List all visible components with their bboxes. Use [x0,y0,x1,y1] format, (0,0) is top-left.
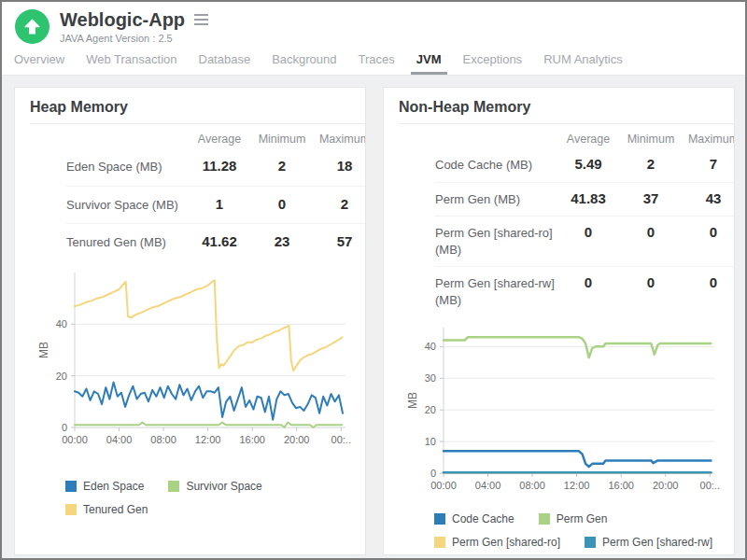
legend-swatch [65,481,77,492]
divider [30,123,365,124]
row-label: Survivor Space (MB) [66,187,188,224]
legend-item-perm-gen[interactable]: Perm Gen [539,512,608,525]
max-value: 0 [682,267,735,298]
max-value: 18 [313,148,366,183]
table-row: Tenured Gen (MB) 41.62 23 57 [66,223,365,261]
app-window: Weblogic-App JAVA Agent Version : 2.5 Ov… [0,0,747,560]
legend-swatch [539,513,550,525]
tab-rum-analytics[interactable]: RUM Analytics [541,47,626,75]
legend-item-eden-space[interactable]: Eden Space [65,480,144,493]
svg-text:00:..: 00:.. [700,480,720,491]
min-value: 0 [620,267,682,298]
svg-text:12:00: 12:00 [564,480,590,491]
table-row: Perm Gen (MB) 41.83 37 43 [435,182,734,217]
tab-web-transaction[interactable]: Web Transaction [83,47,179,75]
svg-text:10: 10 [425,436,436,447]
row-label: Perm Gen (MB) [435,183,557,217]
row-label: Eden Space (MB) [66,148,188,186]
svg-text:0: 0 [430,468,436,479]
svg-text:04:00: 04:00 [475,480,501,491]
legend-swatch [585,537,596,548]
max-value: 43 [682,183,735,214]
table-row: Perm Gen [shared-ro] (MB) 0 0 0 [435,216,734,266]
heap-stat-table: Average Minimum Maximum Eden Space (MB) … [66,126,365,261]
min-value: 0 [620,217,682,247]
agent-version-label: JAVA Agent Version : 2.5 [60,33,210,44]
avg-value: 0 [557,267,620,298]
max-value: 57 [313,224,366,259]
legend-swatch [65,504,77,515]
avg-value: 41.62 [188,224,251,259]
table-row: Code Cache (MB) 5.49 2 7 [435,148,734,182]
arrow-up-icon [24,19,40,35]
legend-item-code-cache[interactable]: Code Cache [434,512,514,525]
legend-swatch [434,513,445,525]
dashboard-body: Heap Memory Average Minimum Maximum Eden… [2,76,745,555]
tab-jvm[interactable]: JVM [414,47,444,75]
page-title: Weblogic-App [60,9,185,30]
svg-text:20:00: 20:00 [284,434,310,445]
heap-chart-canvas[interactable]: 0204000:0004:0008:0012:0016:0020:0000:..… [34,265,360,452]
tab-overview[interactable]: Overview [11,47,67,75]
heap-memory-chart: 0204000:0004:0008:0012:0016:0020:0000:..… [34,265,365,455]
svg-text:20: 20 [56,370,67,381]
non-heap-memory-panel: Non-Heap Memory Average Minimum Maximum … [383,87,735,555]
svg-text:00:00: 00:00 [62,434,88,445]
svg-text:20:00: 20:00 [653,480,679,491]
non-heap-memory-chart: 01020304000:0004:0008:0012:0016:0020:000… [402,320,734,501]
app-status-icon [15,9,49,44]
avg-value: 1 [188,187,251,221]
svg-text:MB: MB [406,392,419,409]
avg-value: 0 [557,217,620,247]
max-value: 0 [682,217,735,247]
svg-text:16:00: 16:00 [608,480,634,491]
legend-item-perm-gen-shared-rw[interactable]: Perm Gen [shared-rw] [585,536,712,549]
tab-database[interactable]: Database [196,47,254,75]
column-header-maximum: Maximum [682,126,735,148]
row-label: Code Cache (MB) [435,148,557,182]
svg-text:30: 30 [425,373,436,385]
legend-item-survivor-space[interactable]: Survivor Space [168,480,261,493]
avg-value: 41.83 [557,183,620,214]
svg-text:08:00: 08:00 [150,434,176,445]
heap-chart-legend: Eden Space Survivor Space Tenured Gen [65,480,365,516]
tab-exceptions[interactable]: Exceptions [460,47,526,75]
svg-text:40: 40 [425,342,436,353]
stat-table-header: Average Minimum Maximum [435,126,734,148]
svg-text:MB: MB [37,342,50,358]
legend-item-tenured-gen[interactable]: Tenured Gen [65,503,148,516]
legend-swatch [434,537,445,548]
tab-traces[interactable]: Traces [356,47,398,75]
svg-text:20: 20 [425,404,436,415]
menu-icon[interactable] [192,9,210,30]
table-row: Survivor Space (MB) 1 0 2 [66,186,365,224]
column-header-minimum: Minimum [620,126,682,148]
min-value: 2 [620,148,682,179]
tab-background[interactable]: Background [269,47,339,75]
svg-text:40: 40 [56,318,67,329]
min-value: 37 [620,183,682,214]
column-header-minimum: Minimum [251,126,313,148]
svg-text:04:00: 04:00 [106,434,133,445]
svg-text:00:..: 00:.. [331,434,351,445]
table-row: Perm Gen [shared-rw] (MB) 0 0 0 [435,266,734,316]
svg-text:00:00: 00:00 [430,480,457,491]
avg-value: 5.49 [557,148,620,179]
tab-bar: Overview Web Transaction Database Backgr… [2,47,745,76]
panel-title: Heap Memory [15,88,365,123]
non-heap-chart-canvas[interactable]: 01020304000:0004:0008:0012:0016:0020:000… [402,320,729,497]
column-header-maximum: Maximum [313,126,366,148]
legend-swatch [168,481,179,492]
non-heap-chart-legend: Code Cache Perm Gen Perm Gen [shared-ro]… [434,512,714,549]
heap-memory-panel: Heap Memory Average Minimum Maximum Eden… [14,87,366,555]
legend-item-perm-gen-shared-ro[interactable]: Perm Gen [shared-ro] [434,536,560,549]
column-header-average: Average [557,126,620,148]
non-heap-stat-table: Average Minimum Maximum Code Cache (MB) … [435,126,734,316]
row-label: Perm Gen [shared-rw] (MB) [435,267,557,316]
table-row: Eden Space (MB) 11.28 2 18 [66,148,365,186]
svg-text:16:00: 16:00 [239,434,265,445]
max-value: 2 [313,187,366,221]
avg-value: 11.28 [188,148,251,183]
max-value: 7 [682,148,735,179]
min-value: 2 [251,148,313,183]
